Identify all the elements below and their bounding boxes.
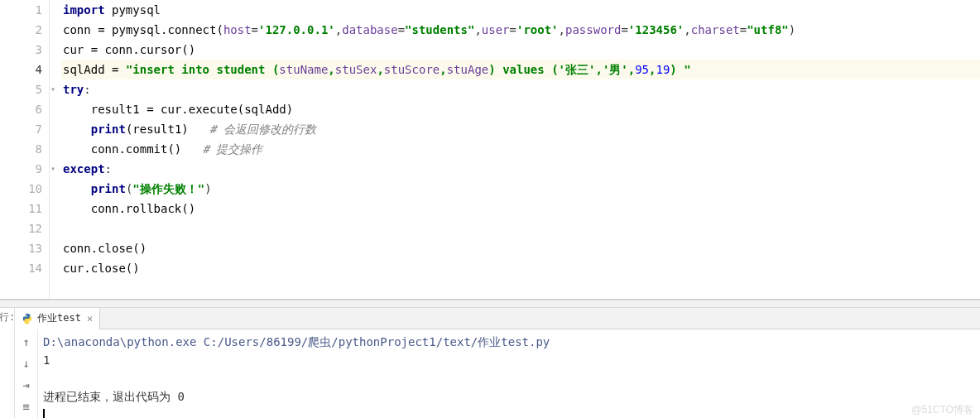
line-number: 10 (0, 179, 42, 199)
code-line[interactable]: cur = conn.cursor() (61, 40, 980, 60)
space (181, 142, 202, 156)
colon: : (105, 162, 112, 175)
line-number: 13 (0, 238, 42, 258)
string: "utf8" (747, 23, 789, 36)
string: '123456' (628, 23, 684, 36)
string: '张三' (559, 63, 596, 76)
string: values (502, 63, 551, 76)
line-number: 14 (0, 258, 42, 278)
comment: # 会返回修改的行数 (209, 123, 316, 136)
indent (63, 103, 91, 116)
string: 'root' (516, 23, 559, 36)
python-icon (22, 313, 33, 324)
field: stuAge (447, 63, 489, 76)
console-tab[interactable]: 作业test × (15, 308, 100, 329)
code-line[interactable]: try: (61, 79, 980, 99)
identifier: result1 (91, 103, 147, 116)
code-line[interactable]: import pymysql (61, 0, 980, 20)
code-line[interactable]: cur.close() (61, 258, 980, 278)
space (118, 63, 125, 76)
indent (63, 182, 91, 195)
space (189, 123, 209, 136)
code-line[interactable]: result1 = cur.execute(sqlAdd) (61, 99, 980, 119)
code-line[interactable]: print(result1) # 会返回修改的行数 (61, 119, 980, 139)
svg-point-1 (29, 322, 30, 323)
call: cur.execute(sqlAdd) (154, 103, 294, 116)
editor-pane: 1 2 3 4 5 6 7 8 9 10 11 12 13 14 ▾ ▾ imp… (0, 0, 980, 300)
code-line[interactable] (61, 219, 980, 238)
code-line[interactable]: print("操作失败！") (61, 179, 980, 199)
line-number: 4 (0, 60, 42, 79)
pane-splitter[interactable] (0, 300, 980, 308)
identifier: cur (63, 43, 91, 56)
operator: = (91, 43, 98, 56)
string: '男' (603, 63, 628, 76)
code-line[interactable]: except: (61, 159, 980, 179)
args: (result1) (126, 123, 189, 136)
param: database (342, 23, 397, 36)
code-line[interactable]: conn.commit() # 提交操作 (61, 139, 980, 159)
console-tab-bar: 作业test × (15, 308, 980, 329)
comma: , (377, 63, 383, 76)
line-number: 8 (0, 139, 42, 159)
close-icon[interactable]: × (85, 313, 93, 324)
indent (63, 202, 91, 215)
run-panel: 行: 作业test × ↑ ↓ ⇥ ≡ D:\anaconda\python.e… (0, 308, 980, 418)
indent (63, 123, 91, 136)
call: pymysql.connect( (105, 23, 223, 36)
keyword: import (63, 3, 105, 17)
line-number: 5 (0, 79, 42, 99)
builtin: print (91, 123, 126, 136)
keyword: except (63, 162, 105, 175)
console-toolbar: ↑ ↓ ⇥ ≡ (15, 329, 38, 418)
field: stuName (279, 63, 328, 76)
line-number: 6 (0, 99, 42, 119)
field: stuSex (335, 63, 377, 76)
identifier: conn (63, 23, 98, 36)
paren: ) (789, 23, 795, 36)
string: "操作失败！" (132, 182, 204, 195)
number: 95 (635, 63, 649, 76)
comma: , (559, 23, 565, 36)
identifier: sqlAdd (63, 63, 112, 76)
up-arrow-icon[interactable]: ↑ (17, 333, 36, 351)
line-number: 2 (0, 20, 42, 40)
code-line[interactable]: conn = pymysql.connect(host='127.0.0.1',… (61, 20, 980, 40)
paren: ) (204, 182, 211, 195)
call: conn.rollback() (91, 202, 195, 215)
console-tab-label: 作业test (37, 311, 81, 325)
string: "insert into (126, 63, 217, 76)
string: "students" (405, 23, 474, 36)
identifier: pymysql (112, 3, 161, 17)
console-output-line: 1 (43, 351, 975, 369)
indent (63, 142, 91, 156)
comma: , (684, 23, 690, 36)
builtin: print (91, 182, 126, 195)
fold-toggle-icon[interactable]: ▾ (50, 79, 55, 99)
operator: = (98, 23, 104, 36)
line-number: 11 (0, 199, 42, 219)
number: 19 (656, 63, 670, 76)
svg-point-0 (25, 314, 26, 315)
line-number: 12 (0, 219, 42, 238)
comma: , (335, 23, 342, 36)
down-arrow-icon[interactable]: ↓ (17, 354, 36, 372)
comma: , (328, 63, 334, 76)
string: ) (488, 63, 502, 76)
code-line[interactable]: conn.rollback() (61, 199, 980, 219)
comma: , (595, 63, 602, 76)
settings-icon[interactable]: ≡ (17, 397, 36, 416)
code-area[interactable]: import pymysql conn = pymysql.connect(ho… (61, 0, 980, 299)
code-line-active[interactable]: sqlAdd = "insert into student (stuName,s… (61, 60, 980, 79)
code-line[interactable]: conn.close() (61, 238, 980, 258)
console-output[interactable]: D:\anaconda\python.exe C:/Users/86199/爬虫… (38, 329, 980, 418)
field: stuScore (384, 63, 440, 76)
fold-toggle-icon[interactable]: ▾ (50, 159, 55, 179)
colon: : (84, 83, 90, 96)
param: charset (691, 23, 740, 36)
line-gutter: 1 2 3 4 5 6 7 8 9 10 11 12 13 14 (0, 0, 50, 299)
string: student (216, 63, 271, 76)
wrap-icon[interactable]: ⇥ (17, 376, 36, 394)
keyword: try (63, 83, 84, 96)
string: ) " (670, 63, 690, 76)
